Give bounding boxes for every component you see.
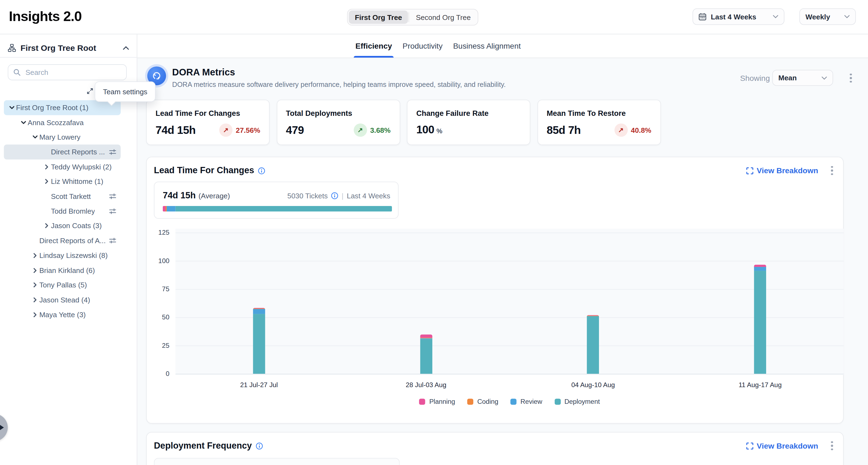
tooltip-text: Team settings <box>103 87 148 96</box>
tab-efficiency[interactable]: Efficiency <box>355 34 392 58</box>
y-axis-tick-label: 0 <box>146 370 169 378</box>
deployment-frequency-more-menu[interactable] <box>828 441 836 450</box>
x-axis-tick-label: 04 Aug-10 Aug <box>527 381 659 389</box>
y-axis-tick-label: 100 <box>146 257 169 265</box>
chevron-right-icon[interactable] <box>42 222 51 230</box>
chevron-down-icon[interactable] <box>19 118 28 127</box>
chevron-right-icon[interactable] <box>30 295 39 304</box>
tree-item-brian-kirkland-6[interactable]: Brian Kirkland (6) <box>4 263 121 278</box>
search-input[interactable] <box>24 67 121 77</box>
org-tree-tab-first[interactable]: First Org Tree <box>349 11 408 24</box>
tab-productivity[interactable]: Productivity <box>403 34 443 58</box>
chevron-right-icon[interactable] <box>30 310 39 319</box>
legend-item-deployment[interactable]: Deployment <box>554 398 600 405</box>
granularity-select[interactable]: Weekly <box>800 8 856 25</box>
expand-all-icon <box>87 88 93 94</box>
team-settings-icon[interactable] <box>109 208 116 215</box>
stacked-bar-2 <box>420 335 432 374</box>
text-divider: | <box>342 191 344 200</box>
sidebar-title: First Org Tree Root <box>21 43 119 53</box>
y-axis-tick-label: 50 <box>146 313 169 321</box>
view-breakdown-button[interactable]: View Breakdown <box>746 166 818 175</box>
view-breakdown-button[interactable]: View Breakdown <box>746 441 818 450</box>
chevron-right-icon[interactable] <box>30 251 39 260</box>
granularity-value: Weekly <box>805 12 840 21</box>
info-icon[interactable] <box>256 442 263 449</box>
delta-value: 27.56% <box>236 126 260 134</box>
metric-card-title: Change Failure Rate <box>416 109 521 117</box>
stacked-bar-4 <box>754 265 766 374</box>
sidebar-search[interactable] <box>8 64 127 80</box>
tree-item-jason-stead-4[interactable]: Jason Stead (4) <box>4 292 121 307</box>
tree-item-first-org-tree-root-1[interactable]: First Org Tree Root (1) <box>4 100 121 115</box>
metric-card-total-deployments: Total Deployments479↗3.68% <box>276 100 400 145</box>
tree-item-label: Brian Kirkland (6) <box>39 266 95 274</box>
date-range-value: Last 4 Weeks <box>711 12 768 21</box>
tree-item-jason-coats-3[interactable]: Jason Coats (3) <box>4 219 121 233</box>
team-settings-icon[interactable] <box>109 193 116 200</box>
dora-more-menu[interactable] <box>847 73 855 84</box>
tree-item-scott-tarkett[interactable]: Scott Tarkett <box>4 189 121 204</box>
info-icon[interactable] <box>331 192 338 199</box>
legend-swatch <box>510 398 517 404</box>
metric-card-lead-time-for-changes: Lead Time For Changes74d 15h↗27.56% <box>146 100 270 145</box>
tree-item-liz-whittome-1[interactable]: Liz Whittome (1) <box>4 174 121 189</box>
deployment-frequency-title: Deployment Frequency <box>154 441 252 451</box>
metric-card-unit: % <box>436 127 442 135</box>
tree-item-teddy-wylupski-2[interactable]: Teddy Wylupski (2) <box>4 159 121 174</box>
breakdown-expand-icon <box>746 442 753 449</box>
metric-card-value: 74d 15h <box>156 124 196 136</box>
chevron-right-icon[interactable] <box>30 266 39 275</box>
tree-item-lindsay-liszewski-8[interactable]: Lindsay Liszewski (8) <box>4 248 121 263</box>
tab-business-alignment[interactable]: Business Alignment <box>453 34 521 58</box>
tree-item-maya-yette-3[interactable]: Maya Yette (3) <box>4 307 121 322</box>
tree-item-mary-lowery[interactable]: Mary Lowery <box>4 130 121 145</box>
tree-item-label: Todd Bromley <box>51 207 95 215</box>
average-suffix: (Average) <box>198 191 230 200</box>
tree-item-label: Jason Coats (3) <box>51 222 102 230</box>
aggregation-select[interactable]: Mean <box>772 70 833 86</box>
delta-badge: ↗27.56% <box>219 123 260 137</box>
legend-item-review[interactable]: Review <box>510 398 542 405</box>
tree-item-direct-reports-of-a[interactable]: Direct Reports of A... <box>4 233 121 248</box>
collapse-sidebar-icon[interactable] <box>123 46 129 50</box>
chevron-down-icon[interactable] <box>30 133 39 142</box>
tree-item-tony-pallas-5[interactable]: Tony Pallas (5) <box>4 278 121 292</box>
sidebar-header: First Org Tree Root <box>0 39 137 57</box>
y-axis-tick-label: 125 <box>146 229 169 236</box>
org-tree-tab-second[interactable]: Second Org Tree <box>410 11 476 24</box>
metric-card-value: 85d 7h <box>547 124 581 136</box>
view-breakdown-label: View Breakdown <box>757 441 818 450</box>
tree-item-label: Liz Whittome (1) <box>51 177 103 186</box>
stacked-bar-1 <box>253 308 265 374</box>
x-axis-tick-label: 11 Aug-17 Aug <box>694 381 827 389</box>
gridline <box>175 346 843 346</box>
breakdown-expand-icon <box>746 167 753 174</box>
chevron-right-icon[interactable] <box>42 162 51 171</box>
bar-segment-planning <box>420 335 432 338</box>
chevron-down-icon <box>822 76 827 80</box>
tree-item-direct-reports[interactable]: Direct Reports ... <box>4 145 121 159</box>
bar-segment-review <box>754 267 766 271</box>
view-breakdown-label: View Breakdown <box>757 166 818 175</box>
divider <box>0 57 137 58</box>
lead-time-more-menu[interactable] <box>828 166 836 175</box>
chevron-right-icon[interactable] <box>42 177 51 186</box>
info-icon[interactable] <box>258 167 265 174</box>
team-settings-icon[interactable] <box>109 237 116 244</box>
chevron-right-icon[interactable] <box>30 281 39 289</box>
legend-label: Coding <box>477 398 498 405</box>
x-axis-tick-label: 28 Jul-03 Aug <box>360 381 492 389</box>
team-settings-icon[interactable] <box>109 148 116 155</box>
chevron-down-icon[interactable] <box>7 103 16 112</box>
legend-label: Deployment <box>564 398 600 405</box>
legend-swatch <box>467 398 473 404</box>
segment-divider <box>409 12 409 22</box>
legend-item-planning[interactable]: Planning <box>419 398 455 405</box>
legend-item-coding[interactable]: Coding <box>467 398 498 405</box>
tree-item-todd-bromley[interactable]: Todd Bromley <box>4 204 121 219</box>
distribution-segment-deployment <box>175 206 392 212</box>
tree-item-anna-scozzafava[interactable]: Anna Scozzafava <box>4 115 121 130</box>
date-range-select[interactable]: Last 4 Weeks <box>693 8 784 25</box>
bar-segment-deployment <box>253 314 265 374</box>
